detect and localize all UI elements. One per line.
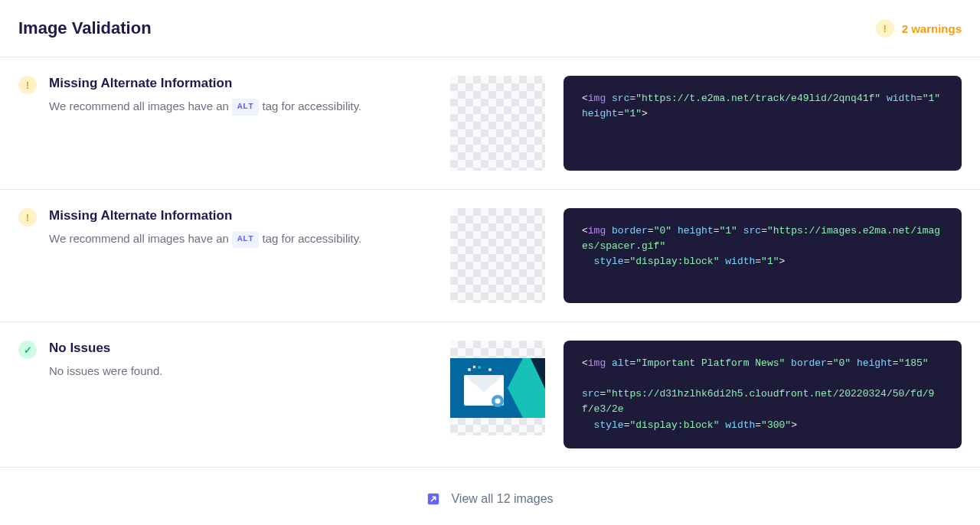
page-title: Image Validation bbox=[18, 18, 152, 38]
validation-item-row: !Missing Alternate InformationWe recomme… bbox=[0, 57, 980, 190]
view-all-images-link[interactable]: View all 12 images bbox=[451, 492, 553, 506]
image-preview bbox=[450, 341, 545, 435]
item-text: Missing Alternate InformationWe recommen… bbox=[49, 208, 432, 303]
validation-item-row: !Missing Alternate InformationWe recomme… bbox=[0, 190, 980, 322]
warnings-count-text: 2 warnings bbox=[902, 22, 962, 35]
image-preview bbox=[450, 208, 545, 303]
code-snippet: <img alt="Important Platform News" borde… bbox=[564, 341, 962, 448]
item-title: No Issues bbox=[49, 341, 432, 356]
expand-icon bbox=[426, 492, 440, 506]
alt-tag-badge: ALT bbox=[232, 231, 259, 248]
description-prefix: We recommend all images have an bbox=[49, 232, 232, 245]
item-description: We recommend all images have an ALT tag … bbox=[49, 230, 432, 248]
svg-point-8 bbox=[478, 366, 481, 369]
warning-icon: ! bbox=[18, 76, 37, 94]
header: Image Validation ! 2 warnings bbox=[0, 0, 980, 57]
description-suffix: tag for accessibility. bbox=[259, 99, 361, 112]
item-description: No issues were found. bbox=[49, 362, 432, 380]
validation-item-row: ✓No IssuesNo issues were found. <img alt… bbox=[0, 322, 980, 468]
item-info: !Missing Alternate InformationWe recomme… bbox=[18, 208, 432, 303]
warning-icon: ! bbox=[18, 208, 37, 227]
item-info: !Missing Alternate InformationWe recomme… bbox=[18, 76, 432, 171]
warnings-badge: ! 2 warnings bbox=[876, 19, 962, 38]
svg-point-6 bbox=[495, 399, 501, 404]
image-preview bbox=[450, 76, 545, 171]
svg-point-7 bbox=[468, 368, 471, 371]
alt-tag-badge: ALT bbox=[232, 99, 259, 116]
item-info: ✓No IssuesNo issues were found. bbox=[18, 341, 432, 448]
item-title: Missing Alternate Information bbox=[49, 76, 432, 91]
envelope-graphic bbox=[450, 358, 545, 418]
description-prefix: We recommend all images have an bbox=[49, 99, 232, 112]
description-suffix: tag for accessibility. bbox=[259, 232, 361, 245]
svg-point-9 bbox=[488, 368, 492, 371]
description-prefix: No issues were found. bbox=[49, 364, 162, 377]
item-description: We recommend all images have an ALT tag … bbox=[49, 97, 432, 116]
warning-icon: ! bbox=[876, 19, 894, 38]
success-check-icon: ✓ bbox=[18, 341, 37, 359]
code-snippet: <img src="https://t.e2ma.net/track/e49li… bbox=[564, 76, 962, 171]
item-title: Missing Alternate Information bbox=[49, 208, 432, 223]
code-snippet: <img border="0" height="1" src="https://… bbox=[564, 208, 962, 303]
item-text: Missing Alternate InformationWe recommen… bbox=[49, 76, 432, 171]
item-text: No IssuesNo issues were found. bbox=[49, 341, 432, 448]
footer: View all 12 images bbox=[0, 468, 980, 525]
